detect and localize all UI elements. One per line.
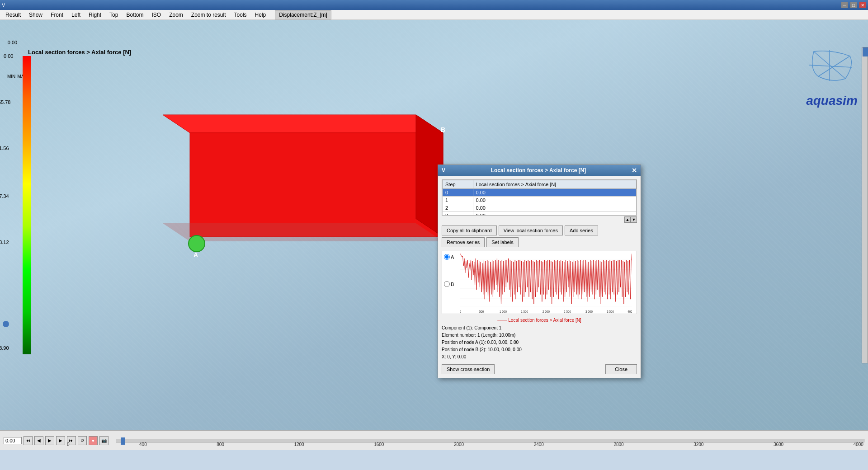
- copy-clipboard-button[interactable]: Copy all to clipboard: [442, 226, 497, 235]
- table-row[interactable]: 30.00: [443, 212, 637, 216]
- tl-next[interactable]: ▶: [56, 436, 65, 445]
- table-scroll-up[interactable]: ▲: [624, 216, 631, 223]
- color-legend: MIN MAX 0.00 -5865.78 -11731.56 -17597.3…: [4, 47, 28, 354]
- menu-bar: Result Show Front Left Right Top Bottom …: [0, 10, 868, 20]
- set-labels-button[interactable]: Set labels: [486, 237, 518, 247]
- app-icon: V: [2, 2, 5, 8]
- menu-zoom-result[interactable]: Zoom to result: [188, 11, 230, 19]
- tl-step-back[interactable]: ⏮: [24, 436, 33, 445]
- logo-text: aquasim: [805, 94, 859, 108]
- cell-value: 0.00: [473, 189, 636, 197]
- radio-a[interactable]: A: [444, 254, 454, 260]
- data-table: Step Local section forces > Axial force …: [442, 180, 637, 216]
- tick-0: 0: [67, 442, 70, 449]
- cell-step: 2: [443, 204, 473, 212]
- legend-max: 0.00: [4, 53, 13, 59]
- dialog-title-bar: V Local section forces > Axial force [N]…: [438, 165, 641, 176]
- tick-400: 400: [139, 442, 147, 449]
- info-text: Component (1): Component 1 Element numbe…: [442, 324, 637, 361]
- menu-right[interactable]: Right: [85, 11, 105, 19]
- menu-bottom[interactable]: Bottom: [123, 11, 147, 19]
- dialog-close-btn[interactable]: Close: [605, 364, 637, 374]
- radio-b[interactable]: B: [444, 281, 454, 287]
- svg-marker-1: [190, 133, 443, 237]
- svg-text:0: 0: [460, 310, 461, 313]
- cell-step: 0: [443, 189, 473, 197]
- menu-top[interactable]: Top: [106, 11, 122, 19]
- svg-text:2 000: 2 000: [542, 310, 550, 313]
- legend-5: -23463.12: [0, 240, 9, 245]
- bottom-buttons-row: Show cross-section Close: [442, 364, 637, 374]
- svg-text:1 000: 1 000: [500, 310, 507, 313]
- show-cross-section-button[interactable]: Show cross-section: [442, 364, 495, 374]
- vertical-scrollbar[interactable]: [862, 47, 868, 363]
- tick-800: 800: [217, 442, 224, 449]
- timeline-value: 0.00: [4, 437, 22, 444]
- tick-2800: 2800: [613, 442, 623, 449]
- app-title: V: [2, 2, 5, 8]
- cell-value: 0.00: [473, 197, 636, 204]
- chart-area: A B -5 000 -10 000 -15 000 -20 000 -25 0…: [442, 251, 637, 314]
- svg-marker-3: [163, 223, 443, 241]
- dialog-title-text: Local section forces > Axial force [N]: [491, 167, 586, 174]
- menu-help[interactable]: Help: [251, 11, 270, 19]
- svg-text:400: 400: [627, 310, 632, 313]
- cell-value: 0.00: [473, 212, 636, 216]
- info-node-b: Position of node B (2): 10.00, 0.00, 0.0…: [442, 346, 637, 353]
- remove-series-button[interactable]: Remove series: [442, 237, 485, 247]
- menu-zoom[interactable]: Zoom: [165, 11, 187, 19]
- svg-text:A: A: [193, 251, 198, 258]
- col-step: Step: [443, 180, 473, 189]
- close-button[interactable]: ✕: [859, 2, 866, 8]
- legend-4: -17597.34: [0, 193, 9, 199]
- svg-text:B: B: [441, 126, 445, 133]
- window-controls: ─ □ ✕: [841, 2, 866, 8]
- table-scroll-down[interactable]: ▼: [631, 216, 637, 223]
- chart-svg: -5 000 -10 000 -15 000 -20 000 -25 000 -…: [460, 251, 632, 314]
- info-coords: X: 0, Y: 0.00: [442, 353, 637, 361]
- restore-button[interactable]: □: [850, 2, 857, 8]
- menu-result[interactable]: Result: [2, 11, 24, 19]
- table-row[interactable]: 20.00: [443, 204, 637, 212]
- table-row[interactable]: 10.00: [443, 197, 637, 204]
- tl-prev[interactable]: ◀: [34, 436, 43, 445]
- tl-play[interactable]: ▶: [45, 436, 54, 445]
- scrollbar-thumb[interactable]: [863, 47, 868, 56]
- view-section-forces-button[interactable]: View local section forces: [499, 226, 563, 235]
- tick-3200: 3200: [693, 442, 703, 449]
- radio-a-input[interactable]: [444, 254, 450, 260]
- dialog-close-button[interactable]: ✕: [632, 167, 637, 174]
- menu-tools[interactable]: Tools: [231, 11, 250, 19]
- cell-step: 1: [443, 197, 473, 204]
- action-buttons-row: Copy all to clipboard View local section…: [442, 226, 637, 247]
- title-bar: V ─ □ ✕: [0, 0, 868, 10]
- minimize-button[interactable]: ─: [841, 2, 848, 8]
- view-title: Local section forces > Axial force [N]: [28, 49, 131, 56]
- svg-text:500: 500: [479, 310, 484, 313]
- radio-a-label: A: [451, 254, 454, 260]
- svg-text:3 000: 3 000: [585, 310, 593, 313]
- table-body: 00.0010.0020.0030.0040.0050.00: [443, 189, 637, 216]
- menu-front[interactable]: Front: [47, 11, 67, 19]
- data-table-scroll[interactable]: Step Local section forces > Axial force …: [442, 179, 637, 216]
- info-element: Element number: 1 (Length: 10.00m): [442, 332, 637, 339]
- add-series-button[interactable]: Add series: [565, 226, 598, 235]
- info-component: Component (1): Component 1: [442, 324, 637, 332]
- top-value-display: 0.00: [0, 40, 25, 45]
- menu-iso[interactable]: ISO: [148, 11, 165, 19]
- legend-3: -11731.56: [0, 146, 9, 151]
- timeline-scale-labels: 0 400 800 1200 1600 2000 2400 2800 3200 …: [67, 442, 863, 449]
- displacement-tab[interactable]: Displacement:Z_[m]: [275, 10, 331, 19]
- cell-value: 0.00: [473, 204, 636, 212]
- legend-color-bar: [23, 56, 31, 354]
- table-row[interactable]: 00.00: [443, 189, 637, 197]
- legend-min: -29328.90: [0, 345, 9, 351]
- radio-b-input[interactable]: [444, 281, 450, 287]
- svg-marker-0: [163, 115, 443, 133]
- tick-1200: 1200: [294, 442, 304, 449]
- legend-slider-thumb[interactable]: [3, 321, 9, 327]
- menu-left[interactable]: Left: [68, 11, 84, 19]
- svg-text:2 500: 2 500: [564, 310, 571, 313]
- svg-text:1 500: 1 500: [521, 310, 528, 313]
- menu-show[interactable]: Show: [25, 11, 46, 19]
